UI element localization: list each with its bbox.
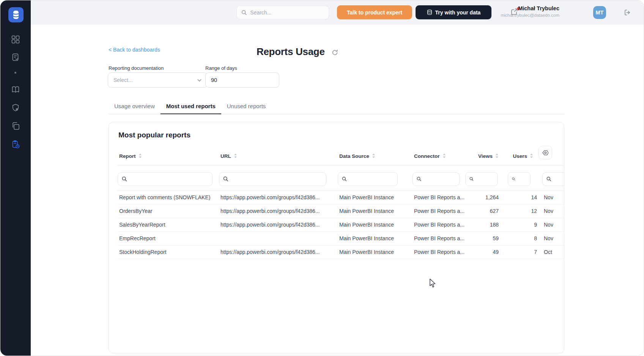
table-row[interactable]: OrdersByYearhttps://app.powerbi.com/grou… [118,204,564,218]
reports-table: ReportURLData SourceConnectorViewsUsers … [118,147,564,259]
range-of-days-label: Range of days [205,65,237,71]
sidebar-item-dashboards[interactable] [11,35,20,44]
cell: Main PowerBI Instance [338,232,413,245]
search-icon [122,176,127,182]
column-label: Report [119,153,136,159]
sort-icon [442,153,446,158]
cell: Power BI Reports a... [413,232,465,245]
app-window: Talk to product expert Try with your dat… [0,0,644,356]
cell [219,232,338,245]
column-header-url[interactable]: URL [219,147,338,165]
topbar: Talk to product expert Try with your dat… [31,0,644,25]
range-of-days-input[interactable] [205,72,279,88]
avatar[interactable]: MT [593,6,606,19]
collections-icon [11,122,20,130]
cell: Oct [542,245,564,259]
filter-input-4[interactable] [476,176,494,182]
cell: 1,264 [465,191,508,204]
filter-input-1[interactable] [231,176,322,182]
cell: Power BI Reports a... [413,204,465,218]
table-row[interactable]: Report with comments (SNOWFLAKE)https://… [118,191,564,204]
most-popular-reports-card: Most popular reports ReportURLData Sourc… [109,122,564,353]
dashboard-grid-icon [11,35,20,44]
gear-icon [542,149,549,156]
sidebar-item-reports-usage[interactable] [11,140,20,149]
page-title: Reports Usage [257,46,325,58]
cell: Nov [542,204,564,218]
chevron-down-icon [197,78,202,83]
reporting-documentation-select[interactable]: Select... [108,72,208,88]
cell: EmpRecReport [118,232,219,245]
dot-indicator [14,72,16,74]
sort-icon [234,153,237,158]
table-row[interactable]: EmpRecReportMain PowerBI InstancePower B… [118,232,564,245]
filter-cell [508,165,542,191]
column-header-connector[interactable]: Connector [413,147,465,165]
app-logo[interactable] [8,7,24,22]
cell: Main PowerBI Instance [338,191,413,204]
sidebar-item-collections[interactable] [11,121,20,131]
cell: 59 [465,232,508,245]
tabs: Usage overview Most used reports Unused … [109,101,564,114]
table-row[interactable]: SalesByYearReporthttps://app.powerbi.com… [118,218,564,232]
filter-input-6[interactable] [554,176,564,182]
column-filter [542,172,564,186]
user-name: Michał Trybulec [501,5,559,12]
tab-most-used-reports[interactable]: Most used reports [161,101,221,114]
cell: 188 [465,218,508,232]
cell: Main PowerBI Instance [338,204,413,218]
column-header-data-source[interactable]: Data Source [338,147,413,165]
column-label: URL [220,153,231,159]
cell: Power BI Reports a... [413,218,465,232]
column-filter [118,172,213,186]
column-settings-button[interactable] [539,146,552,159]
sidebar-item-surveys[interactable] [11,53,20,62]
search-icon [241,9,247,16]
filter-input-5[interactable] [518,176,526,182]
table-row[interactable]: StockHoldingReporthttps://app.powerbi.co… [118,245,564,259]
cell: Main PowerBI Instance [338,245,413,259]
cell: Nov [542,232,564,245]
cell: Power BI Reports a... [413,191,465,204]
filter-input-2[interactable] [350,176,394,182]
filter-cell [219,165,338,191]
talk-to-expert-button[interactable]: Talk to product expert [337,5,412,19]
search-icon [546,176,551,182]
sort-icon [372,153,375,158]
try-with-data-label: Try with your data [435,9,481,16]
logout-button[interactable] [624,9,631,16]
column-header-views[interactable]: Views [465,147,508,165]
search-icon [223,176,228,182]
cell: Power BI Reports a... [413,245,465,259]
refresh-button[interactable] [332,49,338,57]
filter-cell [338,165,413,191]
filter-input-3[interactable] [424,176,455,182]
global-search[interactable] [236,6,329,19]
cell: https://app.powerbi.com/groups/f42d386..… [219,204,338,218]
cell: SalesByYearReport [118,218,219,232]
search-input[interactable] [250,9,324,16]
column-header-report[interactable]: Report [118,147,219,165]
sort-icon [139,153,142,158]
sidebar-item-data-quality[interactable] [11,103,20,112]
user-info: Michał Trybulec michal.trybulec@dataedo.… [501,5,559,18]
search-icon [469,176,474,182]
tab-unused-reports[interactable]: Unused reports [221,101,272,114]
cell: 8 [508,232,542,245]
database-icon [427,9,433,16]
cell: 14 [508,191,542,204]
cell: StockHoldingReport [118,245,219,259]
cell: https://app.powerbi.com/groups/f42d386..… [219,218,338,232]
sidebar [0,0,31,356]
cell: 627 [465,204,508,218]
sidebar-item-documentation[interactable] [11,85,20,94]
report-history-icon [11,140,20,149]
search-icon [417,176,421,182]
column-header-users[interactable]: Users [508,147,542,165]
column-label: Users [513,153,527,159]
reporting-documentation-label: Reporting documentation [109,65,164,71]
filter-input-0[interactable] [130,176,208,182]
tab-usage-overview[interactable]: Usage overview [109,101,161,114]
try-with-data-button[interactable]: Try with your data [416,5,491,19]
column-label: Connector [414,153,440,159]
